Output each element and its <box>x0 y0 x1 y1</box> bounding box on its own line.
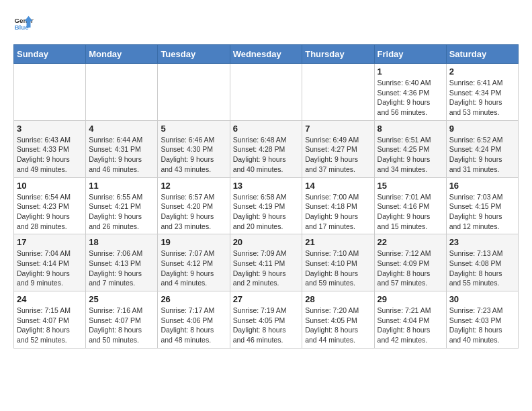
calendar-cell: 9Sunrise: 6:52 AM Sunset: 4:24 PM Daylig… <box>446 120 518 177</box>
day-number: 7 <box>305 124 371 134</box>
column-header-monday: Monday <box>86 45 158 64</box>
calendar-header: SundayMondayTuesdayWednesdayThursdayFrid… <box>14 45 519 64</box>
day-info: Sunrise: 6:48 AM Sunset: 4:28 PM Dayligh… <box>233 135 300 175</box>
calendar-cell: 20Sunrise: 7:09 AM Sunset: 4:11 PM Dayli… <box>230 234 302 291</box>
column-header-saturday: Saturday <box>446 45 518 64</box>
column-header-thursday: Thursday <box>302 45 374 64</box>
day-number: 20 <box>233 237 300 247</box>
day-info: Sunrise: 7:01 AM Sunset: 4:16 PM Dayligh… <box>378 192 443 232</box>
day-number: 11 <box>89 181 154 191</box>
day-info: Sunrise: 6:46 AM Sunset: 4:30 PM Dayligh… <box>161 135 226 175</box>
day-info: Sunrise: 7:21 AM Sunset: 4:04 PM Dayligh… <box>378 306 443 345</box>
day-info: Sunrise: 7:00 AM Sunset: 4:18 PM Dayligh… <box>305 192 371 232</box>
day-number: 18 <box>89 237 154 247</box>
calendar-cell: 27Sunrise: 7:19 AM Sunset: 4:05 PM Dayli… <box>230 291 302 349</box>
calendar-cell: 13Sunrise: 6:58 AM Sunset: 4:19 PM Dayli… <box>230 177 302 234</box>
day-number: 14 <box>305 181 371 191</box>
day-info: Sunrise: 6:43 AM Sunset: 4:33 PM Dayligh… <box>17 135 83 175</box>
day-info: Sunrise: 6:49 AM Sunset: 4:27 PM Dayligh… <box>305 135 371 175</box>
day-number: 10 <box>17 181 83 191</box>
day-number: 17 <box>17 237 83 247</box>
calendar-cell <box>86 64 158 121</box>
calendar-cell: 5Sunrise: 6:46 AM Sunset: 4:30 PM Daylig… <box>158 120 230 177</box>
calendar-cell: 10Sunrise: 6:54 AM Sunset: 4:23 PM Dayli… <box>14 177 86 234</box>
day-info: Sunrise: 7:10 AM Sunset: 4:10 PM Dayligh… <box>305 248 371 288</box>
day-number: 16 <box>449 181 515 191</box>
column-header-sunday: Sunday <box>14 45 86 64</box>
calendar-week-2: 3Sunrise: 6:43 AM Sunset: 4:33 PM Daylig… <box>14 120 519 177</box>
calendar-cell: 30Sunrise: 7:23 AM Sunset: 4:03 PM Dayli… <box>446 291 518 349</box>
calendar-cell: 22Sunrise: 7:12 AM Sunset: 4:09 PM Dayli… <box>374 234 446 291</box>
day-number: 30 <box>449 294 515 304</box>
day-info: Sunrise: 6:41 AM Sunset: 4:34 PM Dayligh… <box>449 78 515 118</box>
day-info: Sunrise: 6:52 AM Sunset: 4:24 PM Dayligh… <box>449 135 515 175</box>
day-number: 1 <box>378 66 443 77</box>
day-number: 9 <box>449 124 515 134</box>
day-number: 26 <box>161 294 226 304</box>
day-number: 24 <box>17 294 83 304</box>
calendar-cell: 6Sunrise: 6:48 AM Sunset: 4:28 PM Daylig… <box>230 120 302 177</box>
day-number: 12 <box>161 181 226 191</box>
calendar-cell: 8Sunrise: 6:51 AM Sunset: 4:25 PM Daylig… <box>374 120 446 177</box>
calendar-cell: 26Sunrise: 7:17 AM Sunset: 4:06 PM Dayli… <box>158 291 230 349</box>
day-number: 22 <box>378 237 443 247</box>
day-info: Sunrise: 7:19 AM Sunset: 4:05 PM Dayligh… <box>233 306 300 345</box>
column-header-tuesday: Tuesday <box>158 45 230 64</box>
calendar-cell <box>230 64 302 121</box>
calendar-cell <box>302 64 374 121</box>
day-number: 25 <box>89 294 154 304</box>
calendar-cell: 16Sunrise: 7:03 AM Sunset: 4:15 PM Dayli… <box>446 177 518 234</box>
column-header-friday: Friday <box>374 45 446 64</box>
calendar-cell: 3Sunrise: 6:43 AM Sunset: 4:33 PM Daylig… <box>14 120 86 177</box>
day-info: Sunrise: 6:40 AM Sunset: 4:36 PM Dayligh… <box>378 78 443 118</box>
calendar-cell: 12Sunrise: 6:57 AM Sunset: 4:20 PM Dayli… <box>158 177 230 234</box>
calendar-cell: 24Sunrise: 7:15 AM Sunset: 4:07 PM Dayli… <box>14 291 86 349</box>
day-info: Sunrise: 6:51 AM Sunset: 4:25 PM Dayligh… <box>378 135 443 175</box>
column-header-wednesday: Wednesday <box>230 45 302 64</box>
day-number: 13 <box>233 181 300 191</box>
day-info: Sunrise: 7:13 AM Sunset: 4:08 PM Dayligh… <box>449 248 515 288</box>
calendar-cell: 7Sunrise: 6:49 AM Sunset: 4:27 PM Daylig… <box>302 120 374 177</box>
day-info: Sunrise: 6:58 AM Sunset: 4:19 PM Dayligh… <box>233 192 300 232</box>
calendar-week-1: 1Sunrise: 6:40 AM Sunset: 4:36 PM Daylig… <box>14 64 519 121</box>
day-info: Sunrise: 7:07 AM Sunset: 4:12 PM Dayligh… <box>161 248 226 288</box>
page-header: General Blue <box>13 13 519 34</box>
day-info: Sunrise: 7:16 AM Sunset: 4:07 PM Dayligh… <box>89 306 154 345</box>
calendar-week-3: 10Sunrise: 6:54 AM Sunset: 4:23 PM Dayli… <box>14 177 519 234</box>
day-info: Sunrise: 6:55 AM Sunset: 4:21 PM Dayligh… <box>89 192 154 232</box>
calendar-cell: 29Sunrise: 7:21 AM Sunset: 4:04 PM Dayli… <box>374 291 446 349</box>
calendar-cell: 11Sunrise: 6:55 AM Sunset: 4:21 PM Dayli… <box>86 177 158 234</box>
day-number: 4 <box>89 124 154 134</box>
calendar-cell: 15Sunrise: 7:01 AM Sunset: 4:16 PM Dayli… <box>374 177 446 234</box>
calendar-cell <box>14 64 86 121</box>
calendar-cell: 2Sunrise: 6:41 AM Sunset: 4:34 PM Daylig… <box>446 64 518 121</box>
calendar-cell: 21Sunrise: 7:10 AM Sunset: 4:10 PM Dayli… <box>302 234 374 291</box>
calendar-cell: 19Sunrise: 7:07 AM Sunset: 4:12 PM Dayli… <box>158 234 230 291</box>
day-info: Sunrise: 7:04 AM Sunset: 4:14 PM Dayligh… <box>17 248 83 288</box>
day-number: 27 <box>233 294 300 304</box>
day-info: Sunrise: 6:57 AM Sunset: 4:20 PM Dayligh… <box>161 192 226 232</box>
logo-icon: General Blue <box>13 13 34 34</box>
day-number: 28 <box>305 294 371 304</box>
calendar-week-4: 17Sunrise: 7:04 AM Sunset: 4:14 PM Dayli… <box>14 234 519 291</box>
day-number: 21 <box>305 237 371 247</box>
calendar-cell: 28Sunrise: 7:20 AM Sunset: 4:05 PM Dayli… <box>302 291 374 349</box>
day-number: 23 <box>449 237 515 247</box>
day-info: Sunrise: 7:03 AM Sunset: 4:15 PM Dayligh… <box>449 192 515 232</box>
calendar-body: 1Sunrise: 6:40 AM Sunset: 4:36 PM Daylig… <box>14 64 519 349</box>
day-number: 8 <box>378 124 443 134</box>
calendar-cell: 1Sunrise: 6:40 AM Sunset: 4:36 PM Daylig… <box>374 64 446 121</box>
day-info: Sunrise: 7:23 AM Sunset: 4:03 PM Dayligh… <box>449 306 515 345</box>
day-info: Sunrise: 7:06 AM Sunset: 4:13 PM Dayligh… <box>89 248 154 288</box>
logo: General Blue <box>13 13 34 34</box>
day-info: Sunrise: 7:09 AM Sunset: 4:11 PM Dayligh… <box>233 248 300 288</box>
calendar-cell: 25Sunrise: 7:16 AM Sunset: 4:07 PM Dayli… <box>86 291 158 349</box>
calendar-cell: 23Sunrise: 7:13 AM Sunset: 4:08 PM Dayli… <box>446 234 518 291</box>
calendar-cell <box>158 64 230 121</box>
calendar-cell: 18Sunrise: 7:06 AM Sunset: 4:13 PM Dayli… <box>86 234 158 291</box>
day-number: 5 <box>161 124 226 134</box>
day-number: 19 <box>161 237 226 247</box>
calendar-table: SundayMondayTuesdayWednesdayThursdayFrid… <box>13 44 519 349</box>
day-number: 15 <box>378 181 443 191</box>
day-info: Sunrise: 7:20 AM Sunset: 4:05 PM Dayligh… <box>305 306 371 345</box>
